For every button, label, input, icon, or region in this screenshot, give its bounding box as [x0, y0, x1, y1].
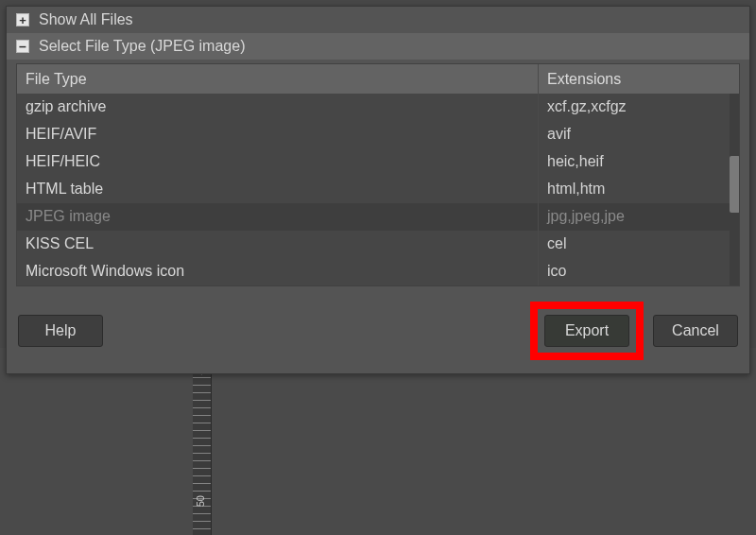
- file-type-ext: ico: [539, 258, 739, 285]
- dialog-button-row: Help Export Cancel: [7, 286, 749, 373]
- table-row[interactable]: gzip archivexcf.gz,xcfgz: [17, 94, 739, 121]
- column-header-extensions[interactable]: Extensions: [539, 64, 739, 94]
- file-type-name: HEIF/AVIF: [17, 121, 539, 148]
- expand-plus-icon: [16, 13, 29, 26]
- scrollbar-vertical[interactable]: [730, 94, 739, 285]
- cancel-button[interactable]: Cancel: [653, 315, 738, 347]
- table-row[interactable]: HEIF/AVIFavif: [17, 121, 739, 148]
- ruler-mark: 50: [195, 495, 206, 507]
- ruler-ticks: [193, 348, 211, 535]
- file-type-name: JPEG image: [17, 203, 539, 231]
- table-row[interactable]: KISS CELcel: [17, 231, 739, 258]
- column-header-filetype[interactable]: File Type: [17, 64, 539, 94]
- canvas-area: 4000 50: [0, 348, 756, 535]
- file-type-name: Microsoft Windows icon: [17, 258, 539, 285]
- file-type-ext: heic,heif: [539, 148, 739, 176]
- help-button[interactable]: Help: [18, 315, 103, 347]
- select-file-type-label: Select File Type (JPEG image): [39, 38, 245, 55]
- table-row[interactable]: HEIF/HEICheic,heif: [17, 148, 739, 176]
- scroll-thumb[interactable]: [730, 156, 739, 213]
- file-type-ext: cel: [539, 231, 739, 258]
- table-row[interactable]: Microsoft Windows iconico: [17, 258, 739, 285]
- file-type-ext: jpg,jpeg,jpe: [539, 203, 739, 231]
- file-type-table: File Type Extensions gzip archivexcf.gz,…: [16, 63, 740, 286]
- file-type-name: gzip archive: [17, 94, 539, 121]
- export-button[interactable]: Export: [544, 315, 629, 347]
- file-type-ext: avif: [539, 121, 739, 148]
- tutorial-highlight: Export: [530, 302, 644, 360]
- show-all-files-toggle[interactable]: Show All Files: [7, 7, 749, 33]
- vertical-ruler: 4000 50: [193, 348, 212, 535]
- table-body: gzip archivexcf.gz,xcfgzHEIF/AVIFavifHEI…: [17, 94, 739, 285]
- file-type-name: HTML table: [17, 176, 539, 203]
- table-header-row: File Type Extensions: [17, 64, 739, 94]
- file-type-ext: xcf.gz,xcfgz: [539, 94, 739, 121]
- select-file-type-toggle[interactable]: Select File Type (JPEG image): [7, 33, 749, 60]
- show-all-files-label: Show All Files: [39, 11, 133, 28]
- file-type-name: HEIF/HEIC: [17, 148, 539, 176]
- table-row[interactable]: JPEG imagejpg,jpeg,jpe: [17, 203, 739, 231]
- collapse-minus-icon: [16, 40, 29, 53]
- file-type-name: KISS CEL: [17, 231, 539, 258]
- file-type-ext: html,htm: [539, 176, 739, 203]
- table-row[interactable]: HTML tablehtml,htm: [17, 176, 739, 203]
- export-dialog: Show All Files Select File Type (JPEG im…: [6, 6, 750, 374]
